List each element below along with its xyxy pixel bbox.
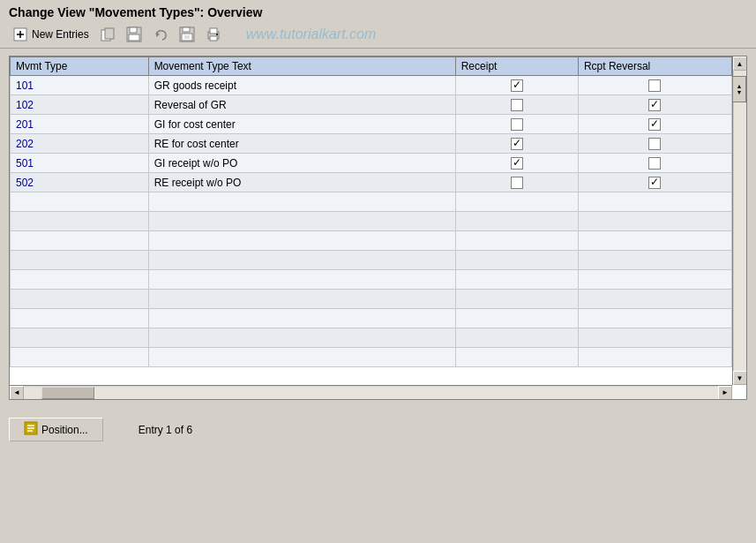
table-row[interactable] <box>11 328 732 348</box>
table-row[interactable]: 502RE receipt w/o PO <box>11 173 732 192</box>
cell-receipt[interactable] <box>455 76 578 95</box>
cell-receipt[interactable] <box>455 328 578 348</box>
cell-receipt[interactable] <box>455 348 578 367</box>
rcpt-reversal-checkbox[interactable] <box>648 79 661 92</box>
cell-receipt[interactable] <box>455 95 578 115</box>
cell-movement-text <box>148 231 455 251</box>
cell-mvmt-type <box>11 231 149 251</box>
cell-receipt[interactable] <box>455 290 578 309</box>
cell-rcpt-reversal[interactable] <box>578 290 731 309</box>
position-button[interactable]: Position... <box>9 418 103 441</box>
cell-rcpt-reversal[interactable] <box>578 115 731 134</box>
receipt-checkbox[interactable] <box>511 138 523 150</box>
cell-rcpt-reversal[interactable] <box>578 309 731 328</box>
table-row[interactable] <box>11 348 732 367</box>
table-row[interactable] <box>11 290 732 309</box>
print-button[interactable] <box>202 25 225 44</box>
cell-receipt[interactable] <box>455 270 578 290</box>
cell-rcpt-reversal[interactable] <box>578 134 731 154</box>
svg-rect-10 <box>183 27 190 32</box>
cell-receipt[interactable] <box>455 154 578 173</box>
cell-rcpt-reversal[interactable] <box>578 192 731 212</box>
col-header-mvmt-type: Mvmt Type <box>11 57 149 76</box>
table-row[interactable] <box>11 231 732 251</box>
col-header-rcpt-reversal: Rcpt Reversal <box>578 57 731 76</box>
scroll-left-arrow[interactable]: ◄ <box>10 386 24 400</box>
scroll-down-arrow[interactable]: ▼ <box>733 371 747 385</box>
new-entries-button[interactable]: New Entries <box>9 25 93 44</box>
table-row[interactable]: 202RE for cost center <box>11 134 732 154</box>
cell-movement-text: Reversal of GR <box>148 95 455 115</box>
cell-receipt[interactable] <box>455 134 578 154</box>
receipt-checkbox[interactable] <box>511 157 523 170</box>
cell-receipt[interactable] <box>455 231 578 251</box>
scroll-up-arrow[interactable]: ▲ <box>733 57 747 71</box>
svg-rect-6 <box>130 27 137 33</box>
cell-movement-text <box>148 251 455 270</box>
cell-rcpt-reversal[interactable] <box>578 76 731 95</box>
rcpt-reversal-checkbox[interactable] <box>648 99 661 111</box>
cell-mvmt-type: 502 <box>11 173 149 192</box>
cell-rcpt-reversal[interactable] <box>578 173 731 192</box>
undo-button[interactable] <box>149 25 172 44</box>
cell-mvmt-type: 501 <box>11 154 149 173</box>
table-row[interactable] <box>11 212 732 231</box>
table-row[interactable]: 101GR goods receipt <box>11 76 732 95</box>
cell-mvmt-type: 102 <box>11 95 149 115</box>
cell-receipt[interactable] <box>455 212 578 231</box>
table-row[interactable]: 102Reversal of GR <box>11 95 732 115</box>
svg-rect-7 <box>129 34 139 41</box>
scroll-right-arrow[interactable]: ► <box>718 386 732 400</box>
entry-info: Entry 1 of 6 <box>138 424 192 436</box>
vertical-scrollbar[interactable]: ▲ ▼ <box>732 57 746 385</box>
receipt-checkbox[interactable] <box>511 99 523 111</box>
cell-rcpt-reversal[interactable] <box>578 95 731 115</box>
cell-receipt[interactable] <box>455 309 578 328</box>
second-save-button[interactable] <box>176 25 198 44</box>
cell-receipt[interactable] <box>455 115 578 134</box>
table-row[interactable] <box>11 309 732 328</box>
col-header-receipt: Receipt <box>455 57 578 76</box>
cell-rcpt-reversal[interactable] <box>578 328 731 348</box>
cell-movement-text: GI receipt w/o PO <box>148 154 455 173</box>
table-row[interactable] <box>11 251 732 270</box>
cell-rcpt-reversal[interactable] <box>578 212 731 231</box>
position-icon <box>24 421 38 438</box>
cell-movement-text <box>148 212 455 231</box>
table-row[interactable]: 501GI receipt w/o PO <box>11 154 732 173</box>
cell-mvmt-type <box>11 348 149 367</box>
cell-receipt[interactable] <box>455 192 578 212</box>
cell-receipt[interactable] <box>455 251 578 270</box>
cell-rcpt-reversal[interactable] <box>578 270 731 290</box>
cell-movement-text: GI for cost center <box>148 115 455 134</box>
copy-button[interactable] <box>96 25 119 44</box>
table-wrapper: Mvmt Type Movement Type Text Receipt Rcp… <box>10 57 732 385</box>
table-container: Mvmt Type Movement Type Text Receipt Rcp… <box>9 56 747 400</box>
rcpt-reversal-checkbox[interactable] <box>648 157 661 170</box>
cell-rcpt-reversal[interactable] <box>578 154 731 173</box>
rcpt-reversal-checkbox[interactable] <box>648 138 661 150</box>
new-entries-icon <box>12 26 28 42</box>
cell-receipt[interactable] <box>455 173 578 192</box>
toolbar: New Entries <box>0 21 756 49</box>
scroll-thumb-h[interactable] <box>41 387 94 399</box>
table-row[interactable] <box>11 270 732 290</box>
horizontal-scrollbar[interactable]: ◄ ► <box>10 385 732 399</box>
corner-resize-button[interactable]: ▲ ▼ <box>732 76 746 102</box>
cell-mvmt-type: 101 <box>11 76 149 95</box>
cell-rcpt-reversal[interactable] <box>578 348 731 367</box>
receipt-checkbox[interactable] <box>511 177 523 189</box>
save-icon <box>126 26 142 42</box>
svg-rect-15 <box>210 28 217 34</box>
cell-rcpt-reversal[interactable] <box>578 231 731 251</box>
table-row[interactable]: 201GI for cost center <box>11 115 732 134</box>
rcpt-reversal-checkbox[interactable] <box>648 118 661 131</box>
cell-rcpt-reversal[interactable] <box>578 251 731 270</box>
receipt-checkbox[interactable] <box>511 118 523 131</box>
rcpt-reversal-checkbox[interactable] <box>648 177 661 189</box>
watermark: www.tutorialkart.com <box>246 26 377 42</box>
cell-movement-text <box>148 270 455 290</box>
receipt-checkbox[interactable] <box>511 79 523 92</box>
save-button[interactable] <box>123 25 146 44</box>
table-row[interactable] <box>11 192 732 212</box>
